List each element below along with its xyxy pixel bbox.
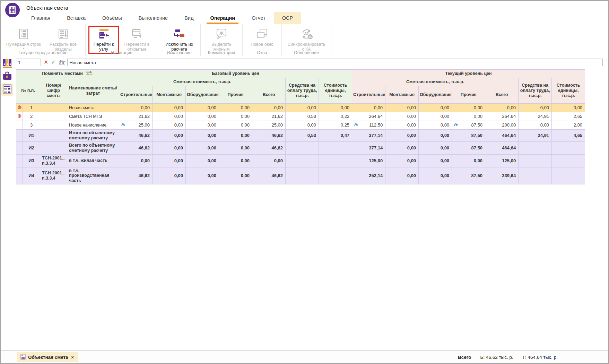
current-value-cell[interactable]: 0,00 [519,104,552,112]
base-value-cell[interactable]: 0,00 [153,121,186,130]
base-value-cell[interactable]: 0,00 [153,141,186,154]
row-num-cell[interactable]: И3 [23,154,40,167]
current-value-cell[interactable] [552,167,585,184]
current-value-cell[interactable] [552,141,585,154]
current-value-cell[interactable] [519,141,552,154]
current-value-cell[interactable]: fx87,50 [452,121,485,130]
current-value-cell[interactable]: 0,00 [519,121,552,130]
base-value-cell[interactable]: 0,00 [186,112,219,121]
row-num-cell[interactable]: И2 [23,141,40,154]
base-value-cell[interactable]: 0,00 [219,112,252,121]
current-value-cell[interactable]: 0,00 [385,104,419,112]
ribbon-button-go-to-node[interactable]: Перейти к узлу [88,26,119,54]
current-value-cell[interactable]: 125,00 [485,154,519,167]
close-icon[interactable]: ✕ [71,355,75,360]
current-value-cell[interactable] [519,167,552,184]
current-value-cell[interactable]: 0,00 [385,167,419,184]
current-value-cell[interactable]: 0,00 [385,112,419,121]
rail-item-briefcase[interactable] [1,71,13,83]
base-value-cell[interactable]: 0,22 [319,112,352,121]
base-value-cell[interactable]: 46,62 [252,141,286,154]
base-value-cell[interactable]: 0,00 [219,154,252,167]
tab-osr[interactable]: ОСР [274,12,301,24]
current-value-cell[interactable] [552,154,585,167]
base-value-cell[interactable]: 0,00 [219,104,252,112]
current-value-cell[interactable]: 0,00 [552,104,585,112]
current-value-cell[interactable]: 0,00 [419,130,452,142]
current-value-cell[interactable]: 377,14 [352,141,385,154]
current-value-cell[interactable]: 377,14 [352,130,385,142]
current-value-cell[interactable]: 0,00 [419,104,452,112]
base-value-cell[interactable]: 46,62 [252,167,286,184]
base-value-cell[interactable]: 0,00 [186,130,219,142]
base-value-cell[interactable] [286,141,319,154]
row-name-cell[interactable]: Новая смета [67,104,119,112]
row-name-cell[interactable]: Итого по объектному сметному расчету [67,130,119,142]
row-number-input[interactable] [16,59,41,66]
row-code-cell[interactable] [40,121,67,130]
tab-execution[interactable]: Выполнение [130,12,176,24]
cancel-icon[interactable]: ✕ [44,60,48,65]
base-value-cell[interactable]: 0,00 [153,112,186,121]
base-value-cell[interactable]: 46,62 [119,141,153,154]
base-value-cell[interactable]: 0,53 [286,112,319,121]
document-tab[interactable]: Объектная смета ✕ [17,352,78,362]
base-value-cell[interactable]: 0,00 [219,121,252,130]
current-value-cell[interactable]: 200,00 [485,121,519,130]
tab-operations[interactable]: Операции [202,12,243,24]
current-value-cell[interactable]: 0,00 [419,112,452,121]
base-value-cell[interactable]: 0,00 [252,104,286,112]
base-value-cell[interactable] [319,167,352,184]
row-name-cell[interactable]: Новое начисление [67,121,119,130]
base-value-cell[interactable]: 0,00 [153,154,186,167]
row-code-cell[interactable] [40,141,67,154]
base-value-cell[interactable]: 0,00 [186,167,219,184]
row-num-cell[interactable]: 1 [23,104,40,112]
base-value-cell[interactable]: 0,53 [286,130,319,142]
base-value-cell[interactable]: 0,00 [186,121,219,130]
rail-item-estimate-sheet[interactable] [1,84,13,96]
base-value-cell[interactable]: 0,47 [319,130,352,142]
current-value-cell[interactable]: 2,00 [552,121,585,130]
base-value-cell[interactable]: 0,00 [153,167,186,184]
base-value-cell[interactable]: 21,62 [252,112,286,121]
current-value-cell[interactable]: 252,14 [352,167,385,184]
fx-icon[interactable]: fx [59,59,64,66]
current-value-cell[interactable]: 464,64 [485,141,519,154]
base-value-cell[interactable]: 46,62 [119,130,153,142]
current-value-cell[interactable]: 0,00 [385,121,419,130]
base-value-cell[interactable]: fx25,00 [119,121,153,130]
row-code-cell[interactable] [40,104,67,112]
current-value-cell[interactable]: 4,65 [552,130,585,142]
current-value-cell[interactable]: 0,00 [419,121,452,130]
base-value-cell[interactable]: 21,62 [119,112,153,121]
current-value-cell[interactable]: 339,64 [485,167,519,184]
ribbon-button-exclude-from-calc[interactable]: Исключить из расчета [161,26,198,54]
row-num-cell[interactable]: 2 [23,112,40,121]
row-name-cell[interactable]: в т.ч. жилая часть [67,154,119,167]
current-value-cell[interactable]: 0,00 [419,167,452,184]
current-value-cell[interactable]: 24,91 [519,112,552,121]
current-value-cell[interactable]: 87,50 [452,141,485,154]
row-name-cell[interactable]: в т.ч. производственная часть [67,167,119,184]
current-value-cell[interactable]: 0,00 [419,154,452,167]
base-value-cell[interactable]: 0,00 [186,154,219,167]
row-code-cell[interactable]: ТСН-2001... п.3.3.4 [40,167,67,184]
base-value-cell[interactable]: 0,00 [153,104,186,112]
tab-report[interactable]: Отчет [243,12,274,24]
base-value-cell[interactable]: 0,00 [186,141,219,154]
current-value-cell[interactable]: fx112,50 [352,121,385,130]
current-value-cell[interactable]: 264,64 [485,112,519,121]
base-value-cell[interactable]: 0,00 [252,154,286,167]
row-name-cell[interactable]: Всего по объектному сметному расчету [67,141,119,154]
base-value-cell[interactable] [319,154,352,167]
base-value-cell[interactable] [286,154,319,167]
tab-home[interactable]: Главная [23,12,59,24]
base-value-cell[interactable]: 46,62 [119,167,153,184]
tab-insert[interactable]: Вставка [59,12,94,24]
base-value-cell[interactable] [319,141,352,154]
row-num-cell[interactable]: И4 [23,167,40,184]
current-value-cell[interactable]: 264,64 [352,112,385,121]
base-value-cell[interactable]: 0,00 [286,121,319,130]
base-value-cell[interactable]: 0,00 [286,104,319,112]
